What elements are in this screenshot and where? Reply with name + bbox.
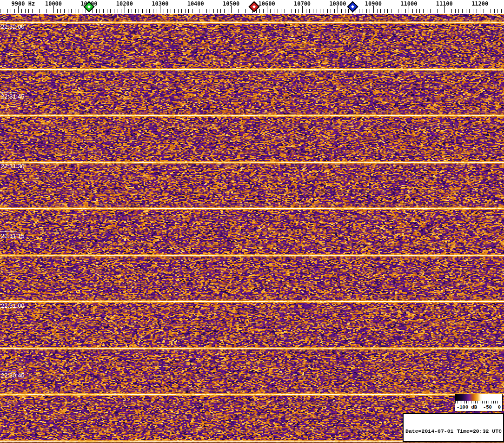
freq-tick-label: 10000 <box>45 0 62 7</box>
colorbar-label-mid: -50 <box>483 404 492 410</box>
db-colorbar: -100 dB -50 0 <box>455 394 503 411</box>
time-label: 22:30:45 <box>1 372 25 379</box>
freq-tick-label: 10600 <box>259 0 275 7</box>
marker-blue-center-dot <box>351 5 354 8</box>
time-label: 22:31:30 <box>1 163 25 170</box>
info-line-date: Date=2014-07-01 Time=20:32 UTC <box>405 428 503 435</box>
time-label: 22:31:00 <box>1 302 25 309</box>
freq-tick-label: 10800 <box>329 0 346 7</box>
freq-tick-label: 9900 Hz <box>12 0 35 7</box>
observation-info-box: Date=2014-07-01 Time=20:32 UTC Freq=143 … <box>403 413 504 442</box>
spectrogram-canvas <box>0 0 504 443</box>
colorbar-gradient <box>455 394 502 401</box>
freq-tick-label: 10200 <box>116 0 133 7</box>
time-label: 22:31:15 <box>1 232 25 239</box>
spectrogram-window: 9900 Hz100001010010200103001040010500106… <box>0 0 504 443</box>
marker-green-center-dot <box>87 5 91 8</box>
colorbar-labels: -100 dB -50 0 <box>455 403 502 410</box>
freq-tick-label: 10900 <box>365 0 382 7</box>
freq-tick-label: 10500 <box>223 0 239 7</box>
colorbar-label-min: -100 dB <box>457 404 477 410</box>
time-label: 22:32:00 <box>1 23 25 30</box>
freq-tick-label: 10400 <box>187 0 204 7</box>
colorbar-label-max: 0 <box>498 404 501 410</box>
freq-tick-label: 10300 <box>152 0 168 7</box>
time-label: 22:31:45 <box>1 93 25 100</box>
freq-tick-label: 11200 <box>471 0 488 7</box>
freq-tick-label: 10700 <box>294 0 311 7</box>
marker-red-center-dot <box>252 5 256 8</box>
freq-tick-label: 11100 <box>436 0 453 7</box>
freq-tick-label: 11000 <box>400 0 417 7</box>
